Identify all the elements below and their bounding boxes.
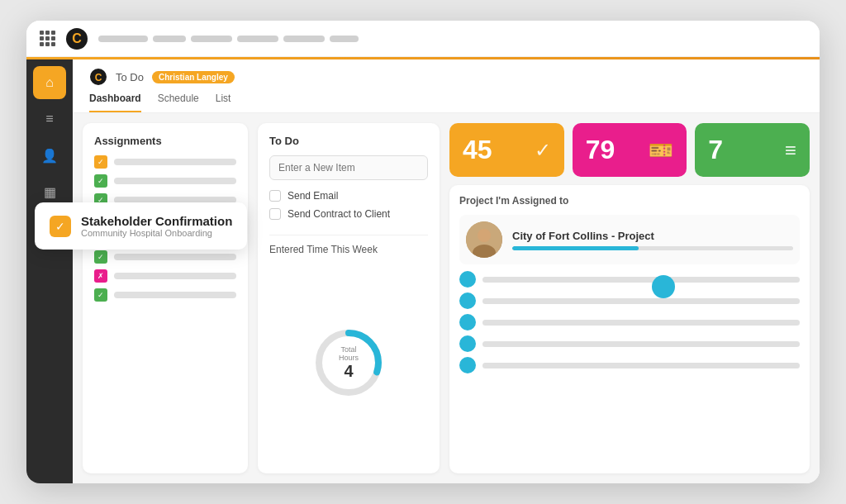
project-featured[interactable]: City of Fort Collins - Project	[459, 215, 800, 264]
user-line-2	[482, 298, 800, 304]
stat-number-3: 7	[708, 135, 723, 165]
sidebar-item-list[interactable]: ≡	[33, 102, 66, 136]
stats-row: 45 ✓ 79 🎫 7 ≡	[449, 123, 810, 177]
stat-ticket-icon: 🎫	[649, 139, 673, 162]
assignment-bar-2	[114, 178, 236, 184]
stat-number-1: 45	[463, 135, 492, 165]
home-icon: ⌂	[45, 75, 54, 90]
section-divider	[269, 235, 428, 235]
svg-point-7	[478, 229, 491, 242]
people-icon: 👤	[41, 148, 58, 164]
donut-label-title: Total Hours	[330, 345, 368, 362]
stat-list-icon: ≡	[785, 139, 796, 162]
stat-card-green: 7 ≡	[695, 123, 810, 177]
todo-title: To Do	[269, 135, 428, 147]
user-avatar-sm-1	[459, 271, 476, 288]
assignment-row-2: ✓	[94, 174, 236, 188]
stat-card-orange: 45 ✓	[449, 123, 564, 177]
grid-menu-icon[interactable]	[40, 31, 55, 46]
assignment-icon-1: ✓	[94, 155, 107, 169]
sub-nav-dashboard[interactable]: Dashboard	[89, 93, 141, 112]
user-line-4	[482, 341, 800, 347]
assignment-bar-1	[114, 159, 236, 165]
user-line-1	[482, 277, 800, 283]
assignment-row-8: ✓	[94, 288, 236, 302]
assignment-icon-7: ✗	[94, 269, 107, 283]
svg-text:C: C	[95, 72, 102, 83]
todo-item-2-text: Send Contract to Client	[288, 208, 390, 220]
sidebar-item-home[interactable]: ⌂	[33, 66, 66, 99]
app-wrapper: C ⌂ ≡ 👤 ▦ ⏱	[26, 21, 820, 483]
assignment-bar-8	[114, 292, 236, 298]
assignment-row-6: ✓	[94, 250, 236, 264]
calendar-icon: ▦	[44, 184, 56, 200]
project-name: City of Fort Collins - Project	[512, 230, 793, 242]
project-user-row-5	[459, 357, 800, 373]
assignments-title: Assignments	[94, 135, 236, 147]
breadcrumb-bar	[98, 36, 359, 42]
todo-item-2: Send Contract to Client	[269, 208, 428, 220]
tooltip-checkbox-icon: ✓	[50, 216, 71, 237]
sub-nav: Dashboard Schedule List	[89, 93, 803, 112]
project-progress-bar	[512, 246, 793, 250]
donut-chart-container: Total Hours 4	[269, 264, 428, 462]
project-user-row-2	[459, 292, 800, 309]
sub-header: C To Do Christian Langley Dashboard Sche…	[73, 59, 820, 113]
project-progress-fill	[512, 246, 639, 250]
todo-checkbox-1[interactable]	[269, 190, 281, 202]
assignment-row-1: ✓	[94, 155, 236, 169]
project-panel-title: Project I'm Assigned to	[459, 195, 800, 207]
sub-header-title: To Do	[116, 71, 144, 83]
tooltip-subtitle: Community Hospital Onboarding	[81, 228, 232, 238]
assignment-bar-6	[114, 254, 236, 260]
sub-nav-list[interactable]: List	[216, 93, 231, 112]
stat-number-2: 79	[586, 135, 615, 165]
assignment-icon-6: ✓	[94, 250, 107, 264]
user-avatar-sm-2	[459, 292, 476, 309]
todo-checkbox-2[interactable]	[269, 208, 281, 220]
stat-card-pink: 79 🎫	[573, 123, 687, 177]
assignment-bar-7	[114, 273, 236, 279]
donut-label: Total Hours 4	[330, 345, 368, 381]
todo-panel: To Do Send Email Send Contract to Client…	[258, 123, 440, 473]
todo-item-1: Send Email	[269, 190, 428, 202]
todo-item-1-text: Send Email	[288, 190, 338, 202]
assignment-icon-2: ✓	[94, 174, 107, 188]
main-layout: ⌂ ≡ 👤 ▦ ⏱ C	[26, 59, 820, 483]
project-avatar	[466, 221, 502, 258]
tooltip-title: Stakeholder Confirmation	[81, 214, 232, 228]
project-info: City of Fort Collins - Project	[512, 230, 793, 250]
donut-label-number: 4	[330, 362, 368, 381]
donut-chart: Total Hours 4	[311, 326, 386, 400]
tooltip-card: ✓ Stakeholder Confirmation Community Hos…	[35, 202, 247, 250]
stat-checkmark-icon: ✓	[535, 139, 551, 162]
project-user-row-1	[459, 271, 800, 288]
project-panel: Project I'm Assigned to City of Fo	[449, 185, 810, 473]
user-line-5	[482, 363, 800, 368]
project-user-row-3	[459, 314, 800, 330]
user-avatar-sm-4	[459, 335, 476, 352]
content-area: C To Do Christian Langley Dashboard Sche…	[73, 59, 820, 483]
list-icon: ≡	[45, 112, 53, 126]
user-avatar-sm-3	[459, 314, 476, 330]
sub-logo: C	[89, 68, 107, 86]
svg-text:C: C	[72, 31, 82, 45]
user-badge: Christian Langley	[152, 71, 235, 83]
sidebar: ⌂ ≡ 👤 ▦ ⏱	[26, 59, 73, 483]
right-section: 45 ✓ 79 🎫 7 ≡ Proj	[449, 123, 810, 473]
tooltip-text-block: Stakeholder Confirmation Community Hospi…	[81, 214, 232, 238]
assignment-icon-8: ✓	[94, 288, 107, 302]
panels-container: Assignments ✓ ✓ ✓ ✗	[73, 113, 820, 483]
app-logo: C	[65, 27, 88, 50]
todo-new-item-input[interactable]	[269, 155, 428, 180]
assignments-panel: Assignments ✓ ✓ ✓ ✗	[83, 123, 248, 473]
user-line-3	[482, 320, 800, 326]
avatar-svg	[466, 221, 502, 258]
top-bar: C	[26, 21, 820, 57]
cyan-bubble	[652, 275, 675, 298]
sub-nav-schedule[interactable]: Schedule	[158, 93, 199, 112]
project-user-rows	[459, 271, 800, 373]
assignment-row-7: ✗	[94, 269, 236, 283]
project-user-row-4	[459, 335, 800, 352]
sidebar-item-people[interactable]: 👤	[33, 139, 66, 172]
